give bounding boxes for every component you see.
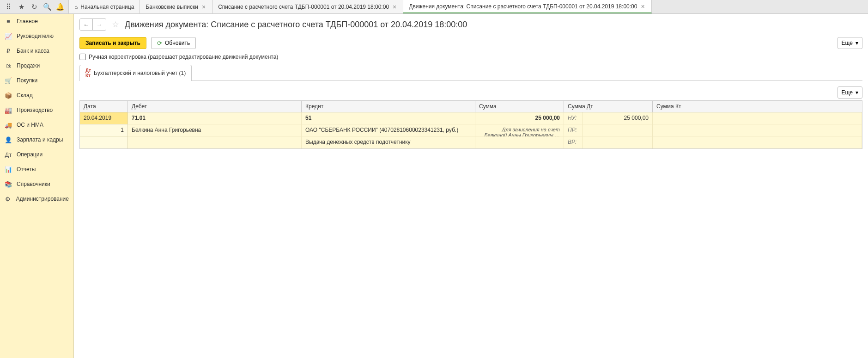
close-icon[interactable]: × — [392, 3, 397, 11]
sidebar-item-sales[interactable]: 🛍Продажи — [0, 58, 73, 73]
factory-icon: 🏭 — [5, 106, 12, 114]
notifications-icon[interactable]: 🔔 — [54, 0, 67, 13]
refresh-button[interactable]: ⟳ Обновить — [151, 37, 196, 49]
list-icon: ≡ — [5, 18, 12, 25]
cell-tax-label-vr: ВР: — [564, 136, 583, 148]
sidebar-item-purchases[interactable]: 🛒Покупки — [0, 73, 73, 88]
sidebar-item-main[interactable]: ≡Главное — [0, 14, 73, 29]
sidebar-item-reports[interactable]: 📊Отчеты — [0, 162, 73, 177]
sidebar-item-production[interactable]: 🏭Производство — [0, 103, 73, 117]
chevron-down-icon: ▾ — [856, 40, 858, 46]
tab-accounting[interactable]: ДтКт Бухгалтерский и налоговый учет (1) — [79, 65, 192, 81]
cell-description: Для зачисления на счет Белкиной Анны Гри… — [475, 124, 564, 136]
sidebar: ≡Главное 📈Руководителю ₽Банк и касса 🛍Пр… — [0, 14, 74, 358]
cell-tax-label-pr: ПР: — [564, 124, 583, 136]
cell-sumkt-nu — [653, 112, 862, 124]
sidebar-item-warehouse[interactable]: 📦Склад — [0, 88, 73, 103]
books-icon: 📚 — [5, 180, 12, 188]
col-header-credit[interactable]: Кредит — [302, 101, 475, 112]
col-header-sum[interactable]: Сумма — [475, 101, 564, 112]
history-icon[interactable]: ↻ — [28, 0, 41, 13]
grid-row[interactable]: 20.04.2019 1 71.01 51 25 000,00 НУ: 25 0… — [80, 112, 862, 148]
tab-label: Банковские выписки — [146, 4, 198, 10]
col-header-debit[interactable]: Дебет — [128, 101, 302, 112]
cell-credit-operation: Выдача денежных средств подотчетнику — [302, 136, 475, 148]
sidebar-item-label: Склад — [17, 92, 33, 99]
chevron-down-icon: ▾ — [856, 89, 858, 96]
sidebar-item-assets[interactable]: 🚚ОС и НМА — [0, 117, 73, 132]
apps-icon[interactable]: ⠿ — [2, 0, 15, 13]
sidebar-item-admin[interactable]: ⚙Администрирование — [0, 191, 73, 206]
dtkt-icon: ДтКт — [85, 68, 91, 78]
cell-row-number: 1 — [80, 124, 127, 136]
favorite-star-icon[interactable]: ☆ — [110, 19, 121, 30]
cell-credit-subject: ОАО "СБЕРБАНК РОССИИ" (40702810600023341… — [302, 124, 475, 136]
tab-writeoff[interactable]: Списание с расчетного счета ТДБП-000001 … — [212, 0, 403, 13]
cell-debit-subject: Белкина Анна Григорьевна — [128, 124, 302, 136]
tab-home[interactable]: ⌂ Начальная страница — [68, 0, 140, 13]
accounting-grid: Дата Дебет Кредит Сумма Сумма Дт Сумма К… — [79, 100, 862, 149]
sidebar-item-label: Продажи — [17, 62, 40, 69]
formtab-label: Бухгалтерский и налоговый учет (1) — [94, 70, 186, 76]
close-icon[interactable]: × — [640, 3, 645, 10]
sidebar-item-label: Производство — [17, 107, 53, 113]
more-label: Еще — [842, 89, 853, 96]
truck-icon: 🚚 — [5, 121, 12, 129]
box-icon: 📦 — [5, 92, 12, 99]
cell-sumdt-pr — [583, 124, 653, 136]
cell-sum: 25 000,00 — [475, 112, 564, 124]
bag-icon: 🛍 — [5, 62, 12, 69]
sidebar-item-hr[interactable]: 👤Зарплата и кадры — [0, 132, 73, 147]
save-close-button[interactable]: Записать и закрыть — [79, 37, 146, 49]
sidebar-item-references[interactable]: 📚Справочники — [0, 177, 73, 191]
page-title: Движения документа: Списание с расчетног… — [125, 20, 467, 30]
col-header-sumdt[interactable]: Сумма Дт — [564, 101, 653, 112]
ruble-icon: ₽ — [5, 47, 12, 55]
sidebar-item-label: Администрирование — [16, 196, 69, 202]
more-label: Еще — [842, 40, 853, 46]
cell-credit-account: 51 — [302, 112, 475, 124]
tab-label: Списание с расчетного счета ТДБП-000001 … — [218, 4, 389, 10]
col-header-date[interactable]: Дата — [80, 101, 128, 112]
favorites-icon[interactable]: ★ — [15, 0, 28, 13]
sidebar-item-label: Справочники — [17, 181, 50, 187]
home-icon: ⌂ — [74, 4, 78, 10]
sidebar-item-label: Операции — [17, 151, 42, 158]
cell-sumkt-pr — [653, 124, 862, 136]
tab-movements[interactable]: Движения документа: Списание с расчетног… — [403, 0, 651, 13]
sidebar-item-operations[interactable]: ДтОперации — [0, 147, 73, 162]
chart-icon: 📈 — [5, 32, 12, 40]
sidebar-item-bank[interactable]: ₽Банк и касса — [0, 43, 73, 58]
sidebar-item-label: Покупки — [17, 77, 37, 84]
manual-edit-checkbox[interactable] — [79, 54, 86, 60]
cell-debit-extra — [128, 136, 302, 148]
dtkt-icon: Дт — [5, 151, 12, 158]
sidebar-item-label: Банк и касса — [17, 48, 49, 54]
nav-back-button[interactable]: ← — [80, 19, 93, 30]
grid-more-button[interactable]: Еще ▾ — [838, 86, 862, 99]
cell-sumkt-vr — [653, 136, 862, 148]
sidebar-item-label: Зарплата и кадры — [17, 136, 63, 143]
cell-empty — [80, 136, 127, 148]
refresh-label: Обновить — [165, 40, 190, 46]
bars-icon: 📊 — [5, 166, 12, 173]
cart-icon: 🛒 — [5, 77, 12, 84]
manual-edit-label: Ручная корректировка (разрешает редактир… — [89, 54, 278, 60]
cell-sumdt-vr — [583, 136, 653, 148]
gear-icon: ⚙ — [5, 195, 12, 203]
sidebar-item-manager[interactable]: 📈Руководителю — [0, 29, 73, 43]
close-icon[interactable]: × — [201, 3, 206, 11]
sidebar-item-label: Главное — [17, 18, 38, 25]
cell-tax-label-nu: НУ: — [564, 112, 583, 124]
more-button[interactable]: Еще ▾ — [838, 37, 862, 49]
col-header-sumkt[interactable]: Сумма Кт — [653, 101, 862, 112]
cell-debit-account: 71.01 — [128, 112, 302, 124]
tab-label: Начальная страница — [80, 4, 134, 10]
cell-date: 20.04.2019 — [80, 112, 127, 124]
refresh-icon: ⟳ — [157, 40, 162, 47]
nav-forward-button[interactable]: → — [93, 19, 106, 30]
cell-sumdt-nu: 25 000,00 — [583, 112, 653, 124]
person-icon: 👤 — [5, 136, 12, 143]
search-icon[interactable]: 🔍 — [41, 0, 54, 13]
tab-bank-statements[interactable]: Банковские выписки × — [140, 0, 212, 13]
